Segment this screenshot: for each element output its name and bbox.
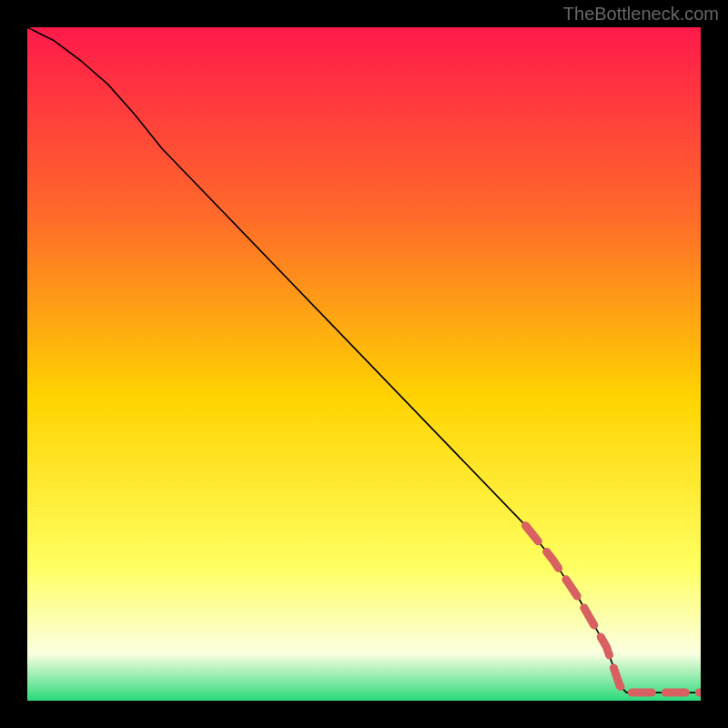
- curves-overlay: [27, 27, 701, 701]
- bottleneck-curve: [27, 27, 701, 693]
- bottleneck-curve-dashed-tail: [526, 526, 701, 693]
- watermark-text: TheBottleneck.com: [563, 4, 719, 25]
- plot-area: [27, 27, 701, 701]
- chart-stage: TheBottleneck.com: [0, 0, 728, 728]
